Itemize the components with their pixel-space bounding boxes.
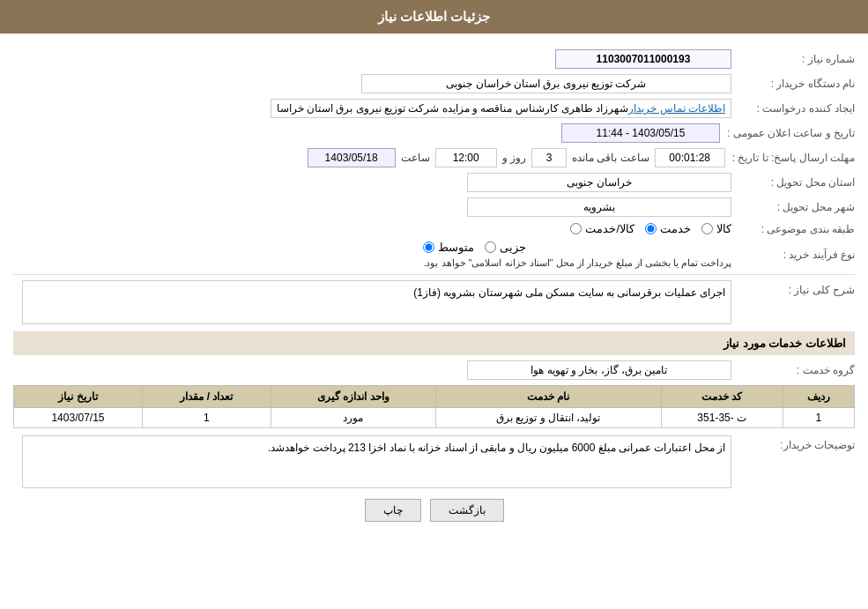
cell-code: ت -35-351 bbox=[661, 408, 783, 428]
category-kala-khedmat-label: کالا/خدمت bbox=[585, 222, 634, 235]
cell-unit: مورد bbox=[271, 408, 435, 428]
buyer-org-label: نام دستگاه خریدار : bbox=[731, 78, 855, 90]
announce-label: تاریخ و ساعت اعلان عمومی : bbox=[720, 127, 855, 139]
cell-qty: 1 bbox=[142, 408, 271, 428]
time-label: ساعت bbox=[401, 152, 430, 164]
cell-name: تولید، انتقال و توزیع برق bbox=[435, 408, 661, 428]
service-group-value: تامین برق، گاز، بخار و تهویه هوا bbox=[467, 360, 731, 380]
category-khedmat-label: خدمت bbox=[660, 222, 691, 235]
province-label: استان محل تحویل : bbox=[731, 176, 855, 189]
deadline-time: 12:00 bbox=[435, 148, 497, 167]
category-kala-khedmat[interactable]: کالا/خدمت bbox=[570, 222, 634, 235]
category-kala[interactable]: کالا bbox=[701, 222, 731, 235]
creator-value: شهرزاد طاهری کارشناس مناقصه و مزایده شرک… bbox=[277, 102, 629, 115]
announce-value: 1403/05/15 - 11:44 bbox=[561, 123, 720, 143]
description-label: شرح کلی نیاز : bbox=[731, 280, 855, 296]
need-number-value: 1103007011000193 bbox=[555, 49, 731, 69]
services-table: ردیف کد خدمت نام خدمت واحد اندازه گیری ت… bbox=[13, 385, 855, 428]
col-header-date: تاریخ نیاز bbox=[14, 386, 143, 408]
process-motavasset[interactable]: متوسط bbox=[423, 241, 474, 254]
col-header-code: کد خدمت bbox=[661, 386, 783, 408]
creator-label: ایجاد کننده درخواست : bbox=[731, 102, 855, 115]
process-note: پرداخت تمام یا بخشی از مبلغ خریدار از مح… bbox=[423, 257, 731, 269]
cell-row: 1 bbox=[783, 408, 854, 428]
buyer-org-value: شرکت توزیع نیروی برق استان خراسان جنوبی bbox=[361, 74, 731, 93]
page-title: جزئیات اطلاعات نیاز bbox=[378, 9, 490, 24]
deadline-date: 1403/05/18 bbox=[308, 148, 396, 167]
process-jozii[interactable]: جزیی bbox=[485, 241, 526, 254]
back-button[interactable]: بازگشت bbox=[430, 499, 504, 522]
deadline-days: 3 bbox=[531, 148, 567, 167]
days-label: روز و bbox=[502, 152, 526, 164]
category-kala-label: کالا bbox=[716, 222, 731, 235]
page-header: جزئیات اطلاعات نیاز bbox=[0, 0, 868, 33]
process-motavasset-label: متوسط bbox=[438, 241, 474, 254]
category-options: کالا/خدمت خدمت کالا bbox=[570, 222, 731, 235]
process-options: متوسط جزیی bbox=[423, 241, 731, 254]
print-button[interactable]: چاپ bbox=[365, 499, 421, 522]
city-value: بشرویه bbox=[467, 197, 731, 217]
buyer-notes-value bbox=[22, 435, 731, 488]
category-khedmat[interactable]: خدمت bbox=[645, 222, 691, 235]
city-label: شهر محل تحویل : bbox=[731, 201, 855, 213]
services-section-label: اطلاعات خدمات مورد نیاز bbox=[13, 331, 855, 355]
col-header-name: نام خدمت bbox=[435, 386, 661, 408]
table-row: 1 ت -35-351 تولید، انتقال و توزیع برق مو… bbox=[14, 408, 855, 428]
col-header-qty: تعداد / مقدار bbox=[142, 386, 271, 408]
button-row: بازگشت چاپ bbox=[13, 499, 855, 522]
creator-row: اطلاعات تماس خریدار شهرزاد طاهری کارشناس… bbox=[271, 99, 731, 118]
col-header-row: ردیف bbox=[783, 386, 854, 408]
cell-date: 1403/07/15 bbox=[14, 408, 143, 428]
remaining-time: 00:01:28 bbox=[655, 148, 725, 167]
creator-link[interactable]: اطلاعات تماس خریدار bbox=[628, 102, 725, 115]
category-label: طبقه بندی موضوعی : bbox=[731, 223, 855, 235]
need-number-label: شماره نیاز : bbox=[731, 53, 855, 65]
service-group-label: گروه خدمت : bbox=[731, 364, 855, 376]
process-jozii-label: جزیی bbox=[500, 241, 526, 254]
deadline-label: مهلت ارسال پاسخ: تا تاریخ : bbox=[725, 152, 855, 164]
col-header-unit: واحد اندازه گیری bbox=[271, 386, 435, 408]
description-value bbox=[22, 280, 731, 324]
province-value: خراسان جنوبی bbox=[467, 173, 731, 192]
process-type-label: نوع فرآیند خرید : bbox=[731, 249, 855, 261]
remaining-label: ساعت باقی مانده bbox=[572, 152, 649, 164]
buyer-notes-label: توضیحات خریدار: bbox=[731, 435, 855, 451]
